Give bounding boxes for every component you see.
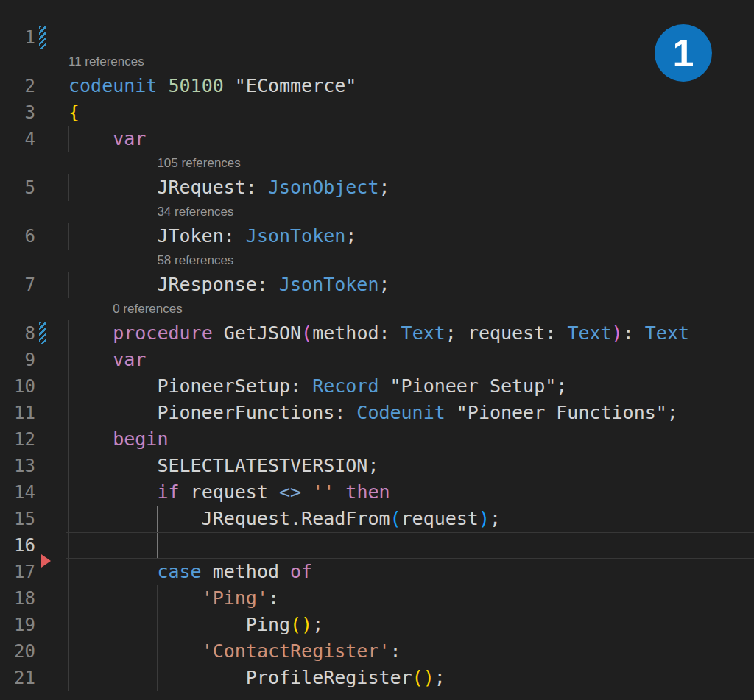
- code-token: Text: [567, 322, 611, 344]
- code-line[interactable]: 20 'ContactRegister':: [0, 638, 754, 665]
- code-line[interactable]: 13 SELECTLATESTVERSION;: [0, 453, 754, 479]
- line-number[interactable]: 8: [0, 320, 35, 347]
- code-line[interactable]: 10 PioneerSetup: Record "Pioneer Setup";: [0, 373, 754, 400]
- line-number[interactable]: 9: [0, 347, 35, 373]
- code-token: JRequest.ReadFrom: [68, 508, 390, 529]
- code-line-text: JRequest: JsonObject;: [68, 174, 390, 201]
- code-token: (: [301, 322, 312, 344]
- code-line[interactable]: 12 begin: [0, 426, 754, 453]
- code-line-text: case method of: [68, 559, 312, 585]
- line-number[interactable]: 16: [0, 532, 35, 559]
- code-token: "Pioneer Setup";: [378, 375, 567, 397]
- code-line[interactable]: 14 if request <> '' then: [0, 479, 754, 506]
- code-token: [68, 481, 157, 503]
- line-number[interactable]: 14: [0, 479, 35, 506]
- code-token: :: [268, 587, 279, 609]
- code-token: :: [623, 322, 645, 344]
- code-line[interactable]: 21 ProfileRegister();: [0, 665, 754, 691]
- code-line-text: 'ContactRegister':: [68, 638, 401, 665]
- line-number[interactable]: 15: [0, 506, 35, 532]
- line-number[interactable]: 10: [0, 373, 35, 400]
- code-token: method: [202, 561, 290, 582]
- codelens-references-link[interactable]: 11 references: [68, 51, 144, 73]
- line-number[interactable]: 6: [0, 223, 35, 250]
- code-token: ;: [434, 667, 445, 688]
- line-number[interactable]: 18: [0, 585, 35, 612]
- code-token: (: [390, 508, 401, 529]
- code-token: ProfileRegister: [68, 667, 412, 688]
- code-line-text: SELECTLATESTVERSION;: [68, 453, 378, 479]
- code-token: request: [180, 481, 279, 503]
- line-number[interactable]: 19: [0, 612, 35, 638]
- code-line[interactable]: 2codeunit 50100 "ECommerce": [0, 73, 754, 99]
- code-token: then: [345, 481, 390, 503]
- code-line-text: var: [68, 126, 146, 152]
- code-token: ): [479, 508, 490, 529]
- code-token: [68, 322, 113, 344]
- codelens-row: 34 references: [0, 201, 754, 223]
- codelens-row: 11 references: [0, 51, 754, 73]
- code-line[interactable]: 1: [0, 24, 754, 51]
- code-token: (): [290, 614, 312, 635]
- line-number[interactable]: 4: [0, 126, 35, 152]
- code-line-text: JResponse: JsonToken;: [68, 272, 390, 298]
- code-token: {: [68, 102, 80, 123]
- code-line[interactable]: 19 Ping();: [0, 612, 754, 638]
- current-line-pointer-icon: [41, 554, 51, 568]
- code-token: ;: [345, 225, 356, 247]
- code-line[interactable]: 7 JResponse: JsonToken;: [0, 272, 754, 298]
- line-number[interactable]: 3: [0, 99, 35, 126]
- gutter-modified-indicator[interactable]: [39, 26, 46, 49]
- line-number[interactable]: 5: [0, 174, 35, 201]
- code-token: [334, 481, 345, 503]
- code-line[interactable]: 5 JRequest: JsonObject;: [0, 174, 754, 201]
- code-line[interactable]: 17 case method of: [0, 559, 754, 585]
- code-token: Text: [645, 322, 689, 344]
- code-line[interactable]: 3{: [0, 99, 754, 126]
- code-line[interactable]: 9 var: [0, 347, 754, 373]
- code-token: [68, 128, 113, 149]
- code-token: <>: [279, 481, 301, 503]
- code-token: Record: [312, 375, 378, 397]
- line-number[interactable]: 17: [0, 559, 35, 585]
- line-number[interactable]: 11: [0, 400, 35, 426]
- code-token: ;: [312, 614, 323, 635]
- code-line[interactable]: 8 procedure GetJSON(method: Text; reques…: [0, 320, 754, 347]
- code-line[interactable]: 18 'Ping':: [0, 585, 754, 612]
- line-number[interactable]: 12: [0, 426, 35, 453]
- line-number[interactable]: 7: [0, 272, 35, 298]
- code-line-text: codeunit 50100 "ECommerce": [68, 73, 356, 99]
- line-number[interactable]: 20: [0, 638, 35, 665]
- line-number[interactable]: 13: [0, 453, 35, 479]
- editor-content: 111 references2codeunit 50100 "ECommerce…: [0, 0, 754, 700]
- gutter-modified-indicator[interactable]: [39, 322, 46, 344]
- codelens-references-link[interactable]: 0 references: [113, 298, 183, 320]
- code-line-text: if request <> '' then: [68, 479, 390, 506]
- codelens-references-link[interactable]: 105 references: [157, 152, 240, 174]
- code-line[interactable]: 15 JRequest.ReadFrom(request);: [0, 506, 754, 532]
- codelens-references-link[interactable]: 58 references: [157, 250, 233, 272]
- code-token: JsonToken: [279, 274, 378, 295]
- code-token: [68, 587, 202, 609]
- line-number[interactable]: 2: [0, 73, 35, 99]
- code-token: Ping: [68, 614, 290, 635]
- code-line[interactable]: 4 var: [0, 126, 754, 152]
- code-token: ; request:: [445, 322, 568, 344]
- code-token: Codeunit: [356, 402, 445, 423]
- code-token: procedure: [113, 322, 212, 344]
- code-token: :: [390, 640, 401, 662]
- code-token: ;: [490, 508, 501, 529]
- code-line-text: 'Ping':: [68, 585, 279, 612]
- code-line-text: PioneerSetup: Record "Pioneer Setup";: [68, 373, 567, 400]
- indent-guide: [113, 532, 113, 559]
- code-token: method:: [312, 322, 401, 344]
- code-line[interactable]: 16: [0, 532, 754, 559]
- code-line[interactable]: 6 JToken: JsonToken;: [0, 223, 754, 250]
- line-number[interactable]: 1: [0, 24, 35, 51]
- line-number[interactable]: 21: [0, 665, 35, 691]
- code-token: ): [612, 322, 623, 344]
- code-token: SELECTLATESTVERSION;: [68, 455, 378, 476]
- code-token: JResponse:: [68, 274, 279, 295]
- code-line[interactable]: 11 PioneerFunctions: Codeunit "Pioneer F…: [0, 400, 754, 426]
- codelens-references-link[interactable]: 34 references: [157, 201, 233, 223]
